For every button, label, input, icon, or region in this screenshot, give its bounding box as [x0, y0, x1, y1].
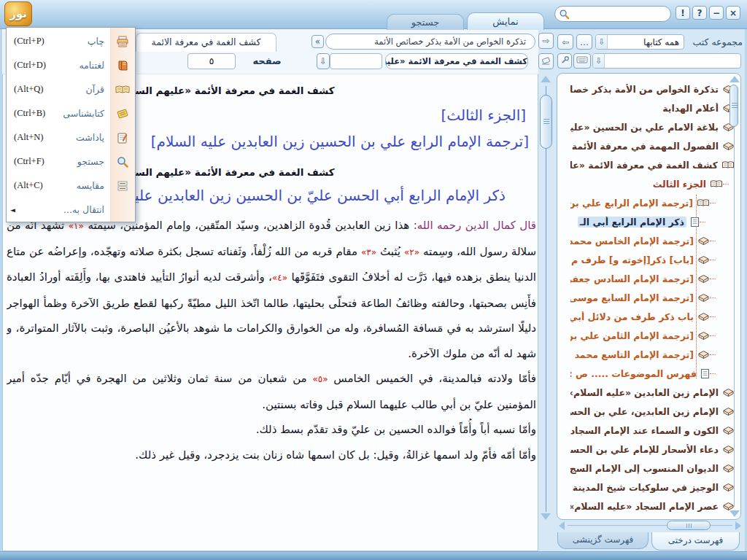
h-scrollbar-thumb[interactable] [667, 521, 711, 530]
book-tree-panel: تذكرة الخواص من الأمة بذكر خصائأعلام اله… [557, 73, 741, 520]
tree-item[interactable]: [ترجمة الإمام التاسع محمد [570, 345, 716, 364]
page-dropdown-button[interactable]: ⇩ [317, 53, 330, 69]
nav-forward-button[interactable]: ⇨ [538, 33, 554, 49]
tree-item[interactable]: [ترجمة الإمام السادس جعفر [570, 269, 716, 288]
tree-item[interactable]: تذكرة الخواص من الأمة بذكر خصائ [570, 79, 735, 98]
page-number-input[interactable]: ٥ [187, 53, 236, 69]
tree-scrollbar-thumb[interactable] [729, 85, 738, 127]
content-scrollbar-track[interactable] [546, 86, 546, 512]
body-text: قال كمال الدين رحمه الله: هذا زين العابد… [7, 213, 536, 467]
quran-icon [110, 85, 135, 95]
search-icon [110, 156, 135, 168]
paragraph: فأمّا ولادته فبالمدينة، في الخميس الخامس… [7, 366, 536, 417]
tree-item[interactable]: الكون و السماء عند الإمام السجاد [570, 421, 735, 440]
tree-item[interactable]: ذكر الإمام الرابع أبي الـ [570, 212, 705, 231]
keyboard-icon [576, 55, 588, 66]
tree-item[interactable]: بلاغة الامام علي بن الحسين «عليه [570, 117, 735, 136]
page-label: صفحه [245, 55, 289, 66]
highlight-eraser-button[interactable] [538, 53, 554, 69]
menu-item-search[interactable]: جستجو(Ctrl+F) [7, 149, 135, 174]
tab-tree-index[interactable]: فهرست درختى [651, 532, 740, 551]
tree-list: تذكرة الخواص من الأمة بذكر خصائأعلام اله… [570, 79, 736, 515]
content-scroll-down-icon[interactable] [541, 513, 551, 520]
tree-item[interactable]: دعاء الأسحار للإمام علي بن الحسي [570, 440, 735, 459]
context-menu: چاپ(Ctrl+P)لغتنامه(Ctrl+D)قرآن(Alt+Q)كتا… [6, 27, 136, 222]
book-open [710, 179, 723, 189]
virtual-keyboard-button[interactable] [573, 53, 591, 69]
wrench-icon [560, 55, 570, 67]
book-closed [697, 274, 710, 284]
tree-item[interactable]: الإمام زين العابدين، علي بن الحس [570, 402, 735, 421]
settings-button[interactable] [557, 53, 572, 69]
chevron-down-icon[interactable]: ⇩ [596, 35, 608, 49]
compare-icon [110, 180, 135, 192]
submenu-arrow-icon: ◄ [10, 206, 15, 214]
close-button[interactable]: × [726, 6, 740, 20]
info-button[interactable]: ! [676, 6, 690, 20]
scroll-left-icon[interactable] [559, 521, 565, 530]
title-bar: نور جستجو نمايش ! ? − × [0, 0, 747, 29]
app-window: نور جستجو نمايش ! ? − × كشف الغمة في معر… [0, 0, 747, 560]
document-tab[interactable]: كشف الغمة في معرفة الائمة [136, 33, 276, 52]
tree-item[interactable]: الوجيز في سلوكيات شيخ المدينة [570, 478, 735, 497]
menu-item-move-to[interactable]: انتقال به...◄ [7, 198, 135, 222]
tree-scrollbar[interactable] [729, 76, 739, 517]
tree-item[interactable]: الفصول المهمة في معرفة الأئمة [570, 136, 735, 155]
paragraph: وأمّا أمّه فأمّ ولد اسمها غزالةُ، وقيل: … [7, 443, 536, 468]
page-combo-field[interactable] [330, 53, 382, 69]
scroll-right-icon[interactable] [735, 521, 741, 530]
tree-item[interactable]: الجزء الثالث [570, 174, 729, 193]
book-closed [697, 312, 710, 322]
book-closed [697, 331, 710, 341]
chevron-down-icon[interactable]: ⇩ [593, 54, 605, 68]
browse-button[interactable]: … [576, 34, 592, 50]
collection-combobox[interactable]: همه كتابها ⇩ [595, 34, 684, 50]
tree-item[interactable]: [ترجمة الإمام الثامن علي بن [570, 326, 716, 345]
menu-item-quran[interactable]: قرآن(Alt+Q) [7, 77, 135, 101]
tree-scroll-up-icon[interactable] [729, 76, 740, 82]
book-closed [697, 255, 710, 265]
book-collection-label: مجموعه كتب [684, 36, 743, 47]
tree-item[interactable]: كشف الغمة في معرفة الائمة «عليه [570, 155, 735, 174]
app-logo[interactable]: نور [4, 1, 32, 26]
tree-item[interactable]: [ترجمة الإمام السابع موسى [570, 288, 716, 307]
tree-horizontal-scrollbar[interactable] [559, 521, 741, 530]
tab-display[interactable]: نمايش [467, 12, 544, 30]
book-closed [697, 350, 710, 359]
tree-item[interactable]: فهرس الموضوعات ..... ص : [570, 364, 716, 383]
book-closed [697, 293, 710, 303]
paragraph: قال كمال الدين رحمه الله: هذا زين العابد… [7, 213, 536, 366]
tree-item[interactable]: باب ذكر طرف من دلائل أبي [570, 307, 716, 326]
doc-icon [700, 368, 710, 379]
book-title-combobox[interactable]: تذكرة الخواص من الأمة بذكر خصائص الأئمة [325, 34, 535, 50]
tree-scroll-down-icon[interactable] [729, 510, 740, 517]
more-tabs-button[interactable]: » [311, 35, 324, 48]
tree-item[interactable]: الإمام زين العابدين «عليه السلام» [570, 383, 735, 402]
paragraph: وأمّا نسبه أباً وأُمّاً فوالده الحسين بن… [7, 417, 536, 443]
menu-item-dictionary[interactable]: لغتنامه(Ctrl+D) [7, 53, 135, 77]
menu-item-note[interactable]: ياداشت(Alt+N) [7, 125, 135, 149]
tree-item[interactable]: [ترجمة الإمام الخامس محمد [570, 231, 716, 250]
tab-selective-index[interactable]: فهرست گزينشى [557, 532, 649, 549]
tree-item[interactable]: عصر الإمام السجاد «عليه السلام» [570, 497, 735, 515]
global-search-input[interactable] [554, 6, 671, 22]
content-scrollbar-thumb[interactable] [540, 95, 552, 149]
menu-item-bibliography[interactable]: كتابشناسى(Ctrl+B) [7, 101, 135, 125]
menu-item-compare[interactable]: مقايسه(Alt+C) [7, 174, 135, 198]
bibliography-icon [110, 108, 135, 120]
tab-search[interactable]: جستجو [387, 14, 464, 30]
tree-item[interactable]: أعلام الهداية [570, 98, 735, 117]
content-scroll-up-icon[interactable] [541, 76, 551, 82]
tree-item[interactable]: [باب] ذكر[إخوته و] طرف م [570, 250, 716, 269]
tree-item[interactable]: [ترجمة الإمام الرابع علي بن [570, 193, 716, 212]
tree-filter-input[interactable]: ⇩ [592, 53, 741, 69]
help-button[interactable]: ? [692, 6, 707, 20]
minimize-button[interactable]: − [709, 6, 724, 20]
dictionary-icon [110, 60, 135, 71]
nav-back-button[interactable]: ⇦ [557, 34, 573, 50]
status-bar [0, 551, 747, 560]
tree-item[interactable]: الديوان المنسوب إلى الإمام السج [570, 459, 735, 478]
menu-item-print[interactable]: چاپ(Ctrl+P) [7, 29, 135, 53]
section-title-box[interactable]: كشف الغمة في معرفة الائمة «عليهم ال ... [385, 53, 528, 69]
note-icon [110, 132, 135, 144]
